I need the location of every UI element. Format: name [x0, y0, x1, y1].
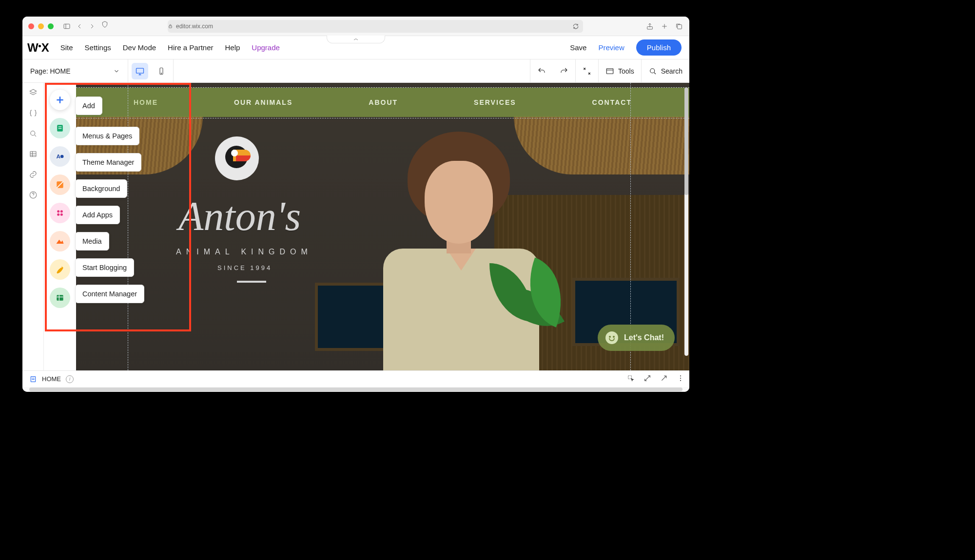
nav-services[interactable]: SERVICES — [474, 98, 516, 106]
menu-site[interactable]: Site — [60, 43, 73, 52]
label-add-apps[interactable]: Add Apps — [75, 206, 120, 224]
svg-rect-22 — [57, 295, 63, 301]
tool-add-apps-button[interactable] — [50, 203, 70, 223]
rail-search-icon[interactable] — [28, 129, 38, 138]
open-external-icon[interactable] — [660, 374, 668, 384]
address-bar[interactable]: editor.wix.com — [168, 20, 583, 33]
bottom-page-name[interactable]: HOME — [42, 375, 61, 383]
expand-icon[interactable] — [644, 374, 651, 384]
nav-contact[interactable]: CONTACT — [592, 98, 632, 106]
preview-button[interactable]: Preview — [598, 43, 624, 52]
select-tool-icon[interactable] — [627, 374, 635, 384]
minimize-window-icon[interactable] — [38, 23, 44, 29]
wix-top-menu: WX Site Settings Dev Mode Hire a Partner… — [22, 36, 689, 59]
svg-point-6 — [161, 73, 161, 73]
mobile-view-button[interactable] — [153, 63, 170, 79]
bottom-bar: HOME i — [22, 370, 689, 387]
vertical-scrollbar[interactable] — [684, 88, 688, 356]
menu-dev-mode[interactable]: Dev Mode — [123, 43, 156, 52]
tools-label: Tools — [618, 67, 634, 75]
zoom-out-button[interactable] — [576, 59, 598, 82]
tool-blog-button[interactable] — [50, 259, 70, 280]
new-tab-icon[interactable] — [660, 22, 669, 31]
tabs-overview-icon[interactable] — [675, 22, 683, 31]
nav-about[interactable]: ABOUT — [369, 98, 398, 106]
menu-settings[interactable]: Settings — [85, 43, 111, 52]
sidebar-toggle-icon[interactable] — [62, 22, 71, 31]
site-navigation: HOME OUR ANIMALS ABOUT SERVICES CONTACT — [76, 88, 689, 117]
menu-upgrade[interactable]: Upgrade — [252, 43, 280, 52]
svg-rect-13 — [58, 127, 62, 127]
chat-button[interactable]: Let's Chat! — [598, 325, 675, 351]
svg-rect-4 — [136, 68, 144, 73]
undo-button[interactable] — [530, 59, 553, 82]
nav-our-animals[interactable]: OUR ANIMALS — [234, 98, 292, 106]
nav-forward-icon[interactable] — [88, 22, 97, 31]
svg-point-21 — [60, 213, 63, 216]
layers-icon[interactable] — [28, 88, 38, 97]
editor-workspace: A Add Menus & Pages Theme Manager Back — [22, 83, 689, 370]
svg-point-27 — [680, 380, 681, 381]
label-theme-manager[interactable]: Theme Manager — [75, 153, 141, 172]
horizontal-scrollbar[interactable] — [22, 387, 689, 392]
tool-content-manager-button[interactable] — [50, 288, 70, 308]
page-selector-label: Page: HOME — [30, 67, 70, 75]
menu-help[interactable]: Help — [225, 43, 240, 52]
publish-button[interactable]: Publish — [636, 39, 682, 56]
save-button[interactable]: Save — [570, 43, 586, 52]
maximize-window-icon[interactable] — [48, 23, 54, 29]
svg-point-18 — [57, 210, 59, 212]
label-background[interactable]: Background — [75, 179, 127, 198]
label-menus-pages[interactable]: Menus & Pages — [75, 127, 139, 145]
search-button[interactable]: Search — [642, 59, 689, 82]
site-logo[interactable] — [215, 136, 259, 180]
menu-hire-partner[interactable]: Hire a Partner — [168, 43, 213, 52]
tool-theme-button[interactable]: A — [50, 146, 70, 167]
search-label: Search — [661, 67, 682, 75]
label-media[interactable]: Media — [75, 232, 109, 251]
vertical-scrollbar-thumb[interactable] — [684, 88, 688, 195]
top-drawer-handle[interactable] — [327, 36, 385, 43]
hero-title[interactable]: Anton's — [178, 193, 301, 240]
redo-button[interactable] — [553, 59, 575, 82]
privacy-shield-icon[interactable] — [100, 20, 109, 29]
desktop-view-button[interactable] — [132, 63, 148, 79]
hero-since[interactable]: SINCE 1994 — [217, 264, 272, 271]
nav-back-icon[interactable] — [75, 22, 84, 31]
share-icon[interactable] — [645, 22, 654, 31]
tool-media-button[interactable] — [50, 231, 70, 251]
tool-add-button[interactable] — [50, 90, 70, 110]
svg-point-8 — [650, 68, 654, 73]
close-window-icon[interactable] — [28, 23, 34, 29]
svg-point-25 — [680, 375, 681, 376]
tools-button[interactable]: Tools — [599, 59, 641, 82]
database-icon[interactable] — [28, 149, 38, 159]
link-icon[interactable] — [28, 170, 38, 179]
hero-subtitle[interactable]: ANIMAL KINGDOM — [176, 248, 312, 256]
wix-toolbar: Page: HOME Tools — [22, 59, 689, 83]
wix-logo[interactable]: WX — [27, 41, 49, 55]
help-icon[interactable] — [28, 190, 38, 200]
label-start-blogging[interactable]: Start Blogging — [75, 258, 134, 277]
browser-window: editor.wix.com WX Site Settings Dev Mode… — [22, 17, 689, 392]
label-content-manager[interactable]: Content Manager — [75, 285, 144, 303]
refresh-icon[interactable] — [572, 23, 579, 30]
tool-background-button[interactable] — [50, 174, 70, 195]
code-braces-icon[interactable] — [28, 108, 38, 118]
horizontal-scrollbar-thumb[interactable] — [29, 387, 683, 391]
label-add[interactable]: Add — [75, 97, 102, 115]
svg-point-19 — [60, 210, 63, 212]
device-switch — [128, 59, 173, 82]
more-icon[interactable] — [677, 374, 684, 384]
site-canvas[interactable]: HOME OUR ANIMALS ABOUT SERVICES CONTACT … — [76, 83, 689, 370]
hero-divider — [237, 281, 266, 283]
address-bar-wrap: editor.wix.com — [100, 20, 642, 33]
address-url: editor.wix.com — [176, 23, 213, 30]
page-icon — [29, 375, 37, 383]
tool-menus-pages-button[interactable] — [50, 118, 70, 138]
scene-plant — [489, 263, 567, 351]
info-icon[interactable]: i — [66, 375, 74, 383]
page-current: HOME — [50, 67, 70, 75]
nav-home[interactable]: HOME — [134, 98, 158, 106]
page-selector[interactable]: Page: HOME — [22, 59, 128, 82]
